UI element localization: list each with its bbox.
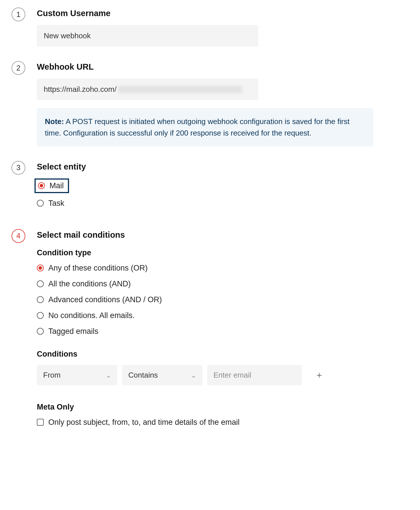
entity-option-mail[interactable]: Mail: [35, 178, 69, 193]
webhook-url-prefix: https://mail.zoho.com/: [44, 85, 117, 94]
radio-icon: [37, 264, 44, 271]
meta-only-checkbox-row[interactable]: Only post subject, from, to, and time de…: [37, 418, 408, 427]
step-custom-username: 1 Custom Username New webhook: [12, 7, 408, 47]
step-select-mail-conditions: 4 Select mail conditions Condition type …: [12, 229, 408, 434]
meta-only-checkbox-label: Only post subject, from, to, and time de…: [48, 418, 240, 427]
condition-row: From Contains Enter email: [37, 365, 408, 385]
condition-type-tagged-label: Tagged emails: [48, 327, 98, 336]
condition-type-tagged[interactable]: Tagged emails: [37, 327, 408, 336]
condition-type-and[interactable]: All the conditions (AND): [37, 279, 408, 288]
note-label: Note:: [45, 117, 64, 126]
step-number-2-label: 2: [16, 64, 20, 73]
step-1-title: Custom Username: [37, 9, 408, 18]
radio-icon: [38, 182, 45, 189]
webhook-note: Note: A POST request is initiated when o…: [37, 108, 373, 146]
chevron-down-icon: [106, 372, 111, 378]
step-number-1: 1: [12, 7, 25, 21]
entity-mail-label: Mail: [49, 181, 64, 190]
step-select-entity: 3 Select entity Mail Task: [12, 160, 408, 215]
condition-type-none-label: No conditions. All emails.: [48, 311, 135, 320]
condition-value-input[interactable]: Enter email: [207, 365, 302, 385]
step-number-4: 4: [12, 229, 25, 243]
step-number-2: 2: [12, 61, 25, 75]
add-condition-button[interactable]: [312, 368, 326, 382]
step-webhook-url: 2 Webhook URL https://mail.zoho.com/ Not…: [12, 60, 408, 146]
condition-type-or[interactable]: Any of these conditions (OR): [37, 264, 408, 273]
condition-type-heading: Condition type: [37, 248, 408, 257]
radio-icon: [37, 200, 44, 207]
step-number-1-label: 1: [16, 10, 20, 19]
step-4-title: Select mail conditions: [37, 230, 408, 240]
condition-type-none[interactable]: No conditions. All emails.: [37, 311, 408, 320]
entity-option-task[interactable]: Task: [37, 199, 408, 208]
custom-username-input[interactable]: New webhook: [37, 25, 258, 47]
note-text: A POST request is initiated when outgoin…: [45, 117, 350, 137]
conditions-heading: Conditions: [37, 350, 408, 359]
condition-type-advanced[interactable]: Advanced conditions (AND / OR): [37, 295, 408, 304]
condition-type-advanced-label: Advanced conditions (AND / OR): [48, 295, 162, 304]
step-2-title: Webhook URL: [37, 62, 408, 72]
plus-icon: [316, 370, 322, 381]
webhook-url-input[interactable]: https://mail.zoho.com/: [37, 79, 258, 100]
meta-only-heading: Meta Only: [37, 403, 408, 412]
radio-icon: [37, 328, 44, 335]
condition-operator-select[interactable]: Contains: [122, 365, 203, 385]
radio-icon: [37, 296, 44, 303]
entity-task-label: Task: [48, 199, 64, 208]
checkbox-icon: [37, 419, 44, 426]
step-number-3-label: 3: [16, 163, 20, 172]
radio-icon: [37, 312, 44, 319]
step-3-title: Select entity: [37, 162, 408, 172]
condition-operator-value: Contains: [128, 371, 158, 380]
condition-type-and-label: All the conditions (AND): [48, 279, 131, 288]
custom-username-value: New webhook: [44, 31, 91, 40]
condition-value-placeholder: Enter email: [213, 371, 251, 379]
step-number-4-label: 4: [16, 231, 20, 240]
entity-option-mail-row: Mail: [37, 178, 408, 193]
radio-icon: [37, 280, 44, 287]
condition-type-or-label: Any of these conditions (OR): [48, 264, 148, 273]
condition-field-value: From: [43, 371, 61, 380]
step-number-3: 3: [12, 161, 25, 175]
webhook-url-redacted: [118, 86, 242, 93]
condition-field-select[interactable]: From: [37, 365, 117, 385]
chevron-down-icon: [191, 372, 196, 378]
